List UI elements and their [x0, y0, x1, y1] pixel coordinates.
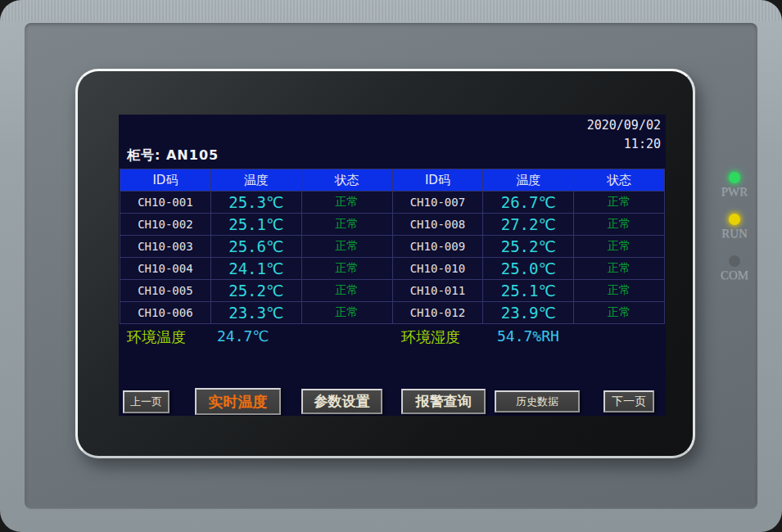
channel-status: 正常: [302, 280, 392, 301]
channel-status: 正常: [574, 280, 664, 301]
channel-id: CH10-009: [393, 236, 483, 257]
parameter-settings-button[interactable]: 参数设置: [301, 389, 382, 414]
channel-id: CH10-010: [393, 258, 483, 279]
cabinet-number-label: 柜号: AN105: [127, 147, 219, 165]
ambient-humidity-label: 环境湿度: [401, 327, 460, 347]
column-header: 温度: [211, 169, 301, 191]
channel-id: CH10-005: [120, 280, 210, 301]
com-led-label: COM: [709, 268, 760, 282]
channel-temp: 24.1℃: [211, 258, 301, 279]
channel-id: CH10-001: [120, 192, 210, 213]
channel-temp: 23.3℃: [211, 302, 301, 323]
channel-status: 正常: [574, 302, 664, 323]
channel-status: 正常: [302, 214, 392, 235]
pwr-led-label: PWR: [709, 185, 760, 199]
com-led-icon: [729, 255, 740, 267]
channel-temp: 25.3℃: [211, 192, 301, 213]
run-led-group: RUN: [709, 214, 760, 241]
channel-temp: 25.1℃: [483, 280, 573, 301]
column-header: 状态: [302, 169, 392, 191]
channel-temp: 23.9℃: [483, 302, 573, 323]
history-data-button[interactable]: 历史数据: [495, 390, 580, 413]
channel-status: 正常: [574, 214, 664, 235]
run-led-icon: [729, 214, 740, 225]
channel-id: CH10-008: [393, 214, 483, 235]
channel-id: CH10-007: [393, 192, 483, 213]
channel-temp: 27.2℃: [483, 214, 573, 235]
channel-temp: 25.2℃: [211, 280, 301, 301]
channel-temp: 25.1℃: [211, 214, 301, 235]
channel-id: CH10-011: [393, 280, 483, 301]
realtime-temp-button[interactable]: 实时温度: [195, 388, 281, 415]
temperature-table: ID码 温度 状态 ID码 温度 状态 CH10-001 25.3℃ 正常 CH…: [120, 169, 665, 324]
run-led-label: RUN: [709, 227, 760, 241]
channel-status: 正常: [302, 302, 392, 323]
top-vent-texture: [0, 0, 782, 21]
channel-status: 正常: [302, 236, 392, 257]
pwr-led-icon: [729, 172, 740, 183]
touch-display[interactable]: 2020/09/02 11:20 柜号: AN105 ID码 温度 状态 ID码…: [119, 115, 666, 416]
channel-id: CH10-002: [120, 214, 210, 235]
column-header: ID码: [120, 169, 210, 191]
channel-temp: 26.7℃: [483, 192, 573, 213]
status-led-panel: PWR RUN COM: [709, 172, 760, 297]
channel-temp: 25.6℃: [211, 236, 301, 257]
channel-status: 正常: [302, 258, 392, 279]
column-header: ID码: [393, 169, 483, 191]
com-led-group: COM: [709, 255, 760, 282]
channel-id: CH10-004: [120, 258, 210, 279]
channel-status: 正常: [574, 192, 664, 213]
channel-id: CH10-012: [393, 302, 483, 323]
channel-status: 正常: [574, 236, 664, 257]
date-display: 2020/09/02: [587, 118, 661, 133]
ambient-temp-value: 24.7℃: [217, 327, 269, 345]
column-header: 状态: [574, 169, 664, 191]
next-page-button[interactable]: 下一页: [603, 390, 654, 413]
hmi-device: 2020/09/02 11:20 柜号: AN105 ID码 温度 状态 ID码…: [0, 0, 782, 532]
time-display: 11:20: [624, 137, 661, 151]
column-header: 温度: [483, 169, 573, 191]
prev-page-button[interactable]: 上一页: [123, 390, 170, 413]
channel-temp: 25.0℃: [483, 258, 573, 279]
alarm-query-button[interactable]: 报警查询: [401, 389, 486, 414]
channel-id: CH10-003: [120, 236, 210, 257]
channel-status: 正常: [574, 258, 664, 279]
channel-id: CH10-006: [120, 302, 210, 323]
ambient-temp-label: 环境温度: [127, 327, 186, 347]
pwr-led-group: PWR: [709, 172, 760, 199]
channel-status: 正常: [302, 192, 392, 213]
channel-temp: 25.2℃: [483, 236, 573, 257]
ambient-humidity-value: 54.7%RH: [497, 327, 559, 345]
